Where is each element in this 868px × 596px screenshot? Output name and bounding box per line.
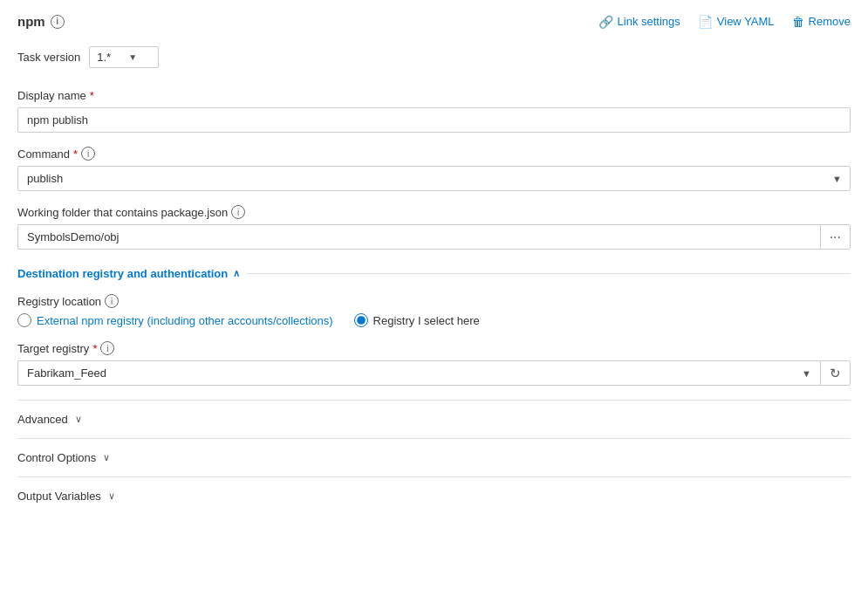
view-yaml-button[interactable]: 📄 View YAML — [698, 15, 775, 29]
working-folder-row: ··· — [17, 224, 851, 250]
link-icon: 🔗 — [598, 15, 613, 29]
registry-external-label: External npm registry (including other a… — [37, 314, 333, 327]
display-name-label: Display name * — [17, 89, 851, 102]
trash-icon: 🗑 — [792, 15, 804, 29]
header-row: npm i 🔗 Link settings 📄 View YAML 🗑 Remo… — [17, 14, 851, 29]
destination-chevron-up[interactable]: ∧ — [233, 268, 240, 279]
registry-location-info-icon[interactable]: i — [105, 294, 119, 308]
command-section: Command * i publish install ci custom ▼ — [17, 147, 851, 191]
link-settings-button[interactable]: 🔗 Link settings — [598, 15, 680, 29]
advanced-chevron: ∨ — [75, 414, 82, 425]
registry-select-radio[interactable] — [354, 313, 368, 327]
task-version-label: Task version — [17, 51, 80, 64]
main-container: npm i 🔗 Link settings 📄 View YAML 🗑 Remo… — [0, 0, 868, 529]
registry-location-radio-group: External npm registry (including other a… — [17, 313, 851, 327]
output-variables-chevron: ∨ — [108, 490, 115, 502]
registry-select-option[interactable]: Registry I select here — [354, 313, 480, 327]
destination-section-header: Destination registry and authentication … — [17, 267, 851, 280]
command-required: * — [73, 147, 78, 161]
task-version-select[interactable]: 1.* ▼ — [89, 46, 159, 68]
target-registry-info-icon[interactable]: i — [100, 341, 114, 355]
task-version-row: Task version 1.* ▼ — [17, 46, 851, 68]
remove-button[interactable]: 🗑 Remove — [792, 15, 851, 29]
destination-divider-line — [247, 273, 851, 274]
target-registry-refresh-button[interactable]: ↻ — [820, 360, 851, 386]
control-options-label: Control Options — [17, 451, 96, 464]
command-info-icon[interactable]: i — [81, 147, 95, 161]
working-folder-input[interactable] — [17, 224, 820, 250]
task-version-chevron: ▼ — [128, 52, 137, 62]
npm-info-icon[interactable]: i — [51, 15, 65, 29]
registry-location-section: Registry location i External npm registr… — [17, 294, 851, 327]
working-folder-info-icon[interactable]: i — [231, 205, 245, 219]
working-folder-label: Working folder that contains package.jso… — [17, 205, 851, 219]
output-variables-section[interactable]: Output Variables ∨ — [17, 476, 851, 515]
command-select[interactable]: publish install ci custom — [17, 166, 851, 191]
display-name-input[interactable] — [17, 107, 851, 133]
output-variables-label: Output Variables — [17, 490, 101, 503]
target-registry-select[interactable]: Fabrikam_Feed — [17, 360, 820, 386]
npm-label: npm — [17, 14, 45, 29]
advanced-section[interactable]: Advanced ∨ — [17, 400, 851, 438]
registry-select-label: Registry I select here — [373, 314, 480, 327]
working-folder-section: Working folder that contains package.jso… — [17, 205, 851, 250]
display-name-section: Display name * — [17, 89, 851, 133]
header-actions: 🔗 Link settings 📄 View YAML 🗑 Remove — [598, 15, 851, 29]
npm-title: npm i — [17, 14, 65, 29]
command-select-wrapper: publish install ci custom ▼ — [17, 166, 851, 191]
registry-external-radio[interactable] — [17, 313, 31, 327]
yaml-icon: 📄 — [698, 15, 713, 29]
target-registry-row: Fabrikam_Feed ▼ ↻ — [17, 360, 851, 386]
advanced-label: Advanced — [17, 413, 68, 426]
target-registry-select-wrapper: Fabrikam_Feed ▼ — [17, 360, 820, 386]
target-registry-section: Target registry * i Fabrikam_Feed ▼ ↻ — [17, 341, 851, 386]
command-label: Command * i — [17, 147, 851, 161]
control-options-chevron: ∨ — [103, 452, 110, 463]
display-name-required: * — [90, 89, 94, 102]
working-folder-browse-button[interactable]: ··· — [820, 224, 851, 250]
task-version-value: 1.* — [97, 51, 111, 64]
target-registry-label: Target registry * i — [17, 341, 851, 355]
registry-external-option[interactable]: External npm registry (including other a… — [17, 313, 333, 327]
target-registry-required: * — [92, 342, 97, 355]
registry-location-label: Registry location i — [17, 294, 851, 308]
destination-section-title: Destination registry and authentication … — [17, 267, 240, 280]
control-options-section[interactable]: Control Options ∨ — [17, 438, 851, 476]
